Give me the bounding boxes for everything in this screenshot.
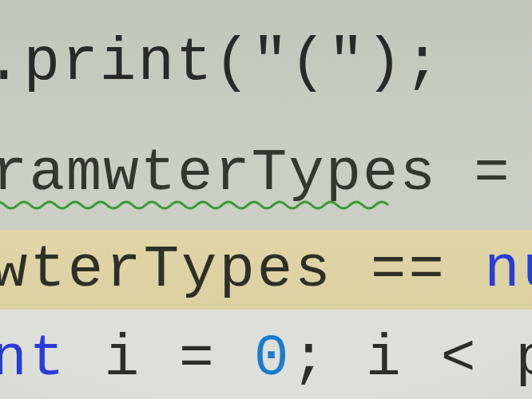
- code-editor-viewport[interactable]: .print("("); ramwterTypes = m. wterTypes…: [0, 0, 532, 399]
- code-token: ; i < par: [291, 326, 532, 392]
- code-line: wterTypes == null: [0, 236, 532, 303]
- code-token: i =: [67, 326, 254, 392]
- code-line: nt i = 0; i < par: [0, 326, 532, 392]
- code-token-number: 0: [254, 326, 292, 392]
- code-token-keyword: nt: [0, 326, 67, 392]
- code-token: ramwterTypes = m.: [0, 140, 532, 207]
- code-token: wterTypes ==: [0, 236, 484, 303]
- code-line: ramwterTypes = m.: [0, 140, 532, 207]
- code-token-keyword: null: [484, 236, 532, 303]
- code-token: .print("(");: [0, 29, 442, 97]
- code-line: .print("(");: [0, 29, 442, 97]
